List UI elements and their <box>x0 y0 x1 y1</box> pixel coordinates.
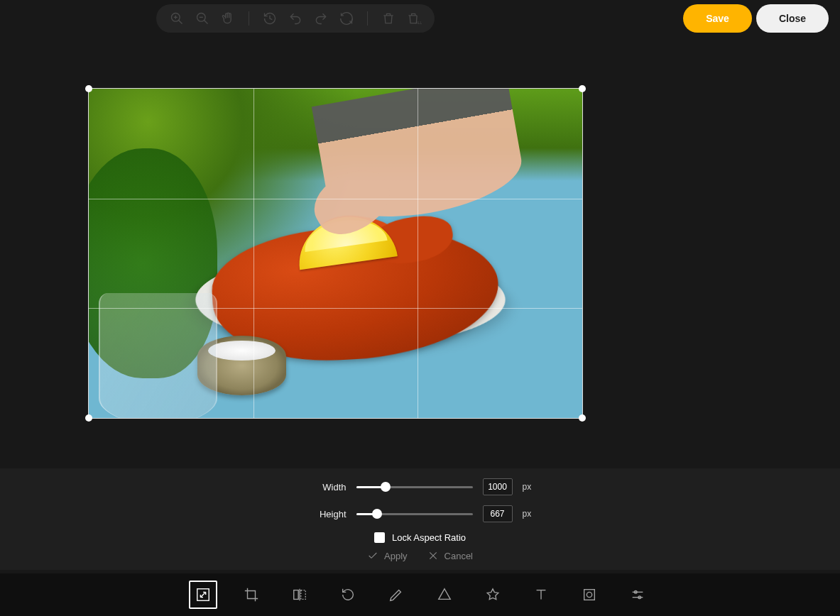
star-tool[interactable] <box>479 581 507 609</box>
svg-rect-12 <box>300 590 305 600</box>
bottom-toolbar <box>0 573 840 616</box>
resize-handle-bottom-left[interactable] <box>85 414 92 422</box>
zoom-out-icon[interactable] <box>195 11 210 26</box>
action-row: Apply Cancel <box>0 550 840 561</box>
apply-button[interactable]: Apply <box>367 550 408 561</box>
height-slider[interactable] <box>356 513 473 515</box>
unit-label: px <box>523 482 537 492</box>
height-input[interactable] <box>483 505 513 522</box>
width-slider-thumb[interactable] <box>381 482 391 492</box>
grid-line <box>89 308 582 309</box>
image-placeholder <box>89 89 582 418</box>
redo-icon[interactable] <box>313 11 329 26</box>
lock-aspect-row: Lock Aspect Ratio <box>0 532 840 543</box>
rotate-tool[interactable] <box>334 581 362 609</box>
svg-text:ALL: ALL <box>416 21 422 25</box>
shapes-tool[interactable] <box>430 581 459 609</box>
apply-label: Apply <box>384 551 408 561</box>
mask-tool[interactable] <box>575 581 604 609</box>
crop-tool[interactable] <box>237 581 266 609</box>
top-toolbar: ALL <box>156 4 435 33</box>
history-icon[interactable] <box>262 11 278 26</box>
pan-hand-icon[interactable] <box>220 11 236 26</box>
zoom-in-icon[interactable] <box>169 11 185 26</box>
svg-rect-11 <box>293 590 298 600</box>
height-slider-thumb[interactable] <box>372 509 382 519</box>
delete-icon[interactable] <box>381 11 396 26</box>
svg-point-17 <box>587 592 591 597</box>
height-row: Height px <box>0 505 840 522</box>
reset-icon[interactable] <box>339 11 354 26</box>
resize-tool[interactable] <box>189 581 217 609</box>
adjust-tool[interactable] <box>623 581 652 609</box>
lock-aspect-label: Lock Aspect Ratio <box>392 532 466 543</box>
top-buttons: Save Close <box>683 4 829 33</box>
svg-rect-16 <box>584 590 594 600</box>
image-preview <box>89 89 582 418</box>
height-label: Height <box>304 509 347 519</box>
lock-aspect-checkbox[interactable] <box>374 532 385 543</box>
unit-label: px <box>523 509 537 519</box>
delete-all-icon[interactable]: ALL <box>406 11 422 26</box>
close-button[interactable]: Close <box>756 4 829 33</box>
grid-line <box>418 89 418 418</box>
width-input[interactable] <box>483 478 513 495</box>
resize-controls-panel: Width px Height px Lock Aspect Ratio App… <box>0 468 840 570</box>
svg-line-1 <box>179 21 182 24</box>
width-row: Width px <box>0 478 840 495</box>
cancel-label: Cancel <box>444 551 473 561</box>
resize-handle-top-left[interactable] <box>85 85 92 92</box>
text-tool[interactable] <box>527 581 555 609</box>
width-label: Width <box>304 482 347 493</box>
draw-tool[interactable] <box>382 581 410 609</box>
save-button[interactable]: Save <box>683 4 752 33</box>
undo-icon[interactable] <box>288 11 303 26</box>
resize-handle-bottom-right[interactable] <box>579 414 586 422</box>
grid-line <box>253 89 254 418</box>
cancel-button[interactable]: Cancel <box>427 550 473 561</box>
width-slider[interactable] <box>356 486 473 488</box>
svg-line-5 <box>204 21 208 24</box>
divider <box>249 11 249 26</box>
grid-line <box>89 199 582 199</box>
resize-canvas[interactable] <box>88 88 583 419</box>
flip-tool[interactable] <box>285 581 314 609</box>
resize-handle-top-right[interactable] <box>579 85 586 92</box>
divider <box>367 11 368 26</box>
